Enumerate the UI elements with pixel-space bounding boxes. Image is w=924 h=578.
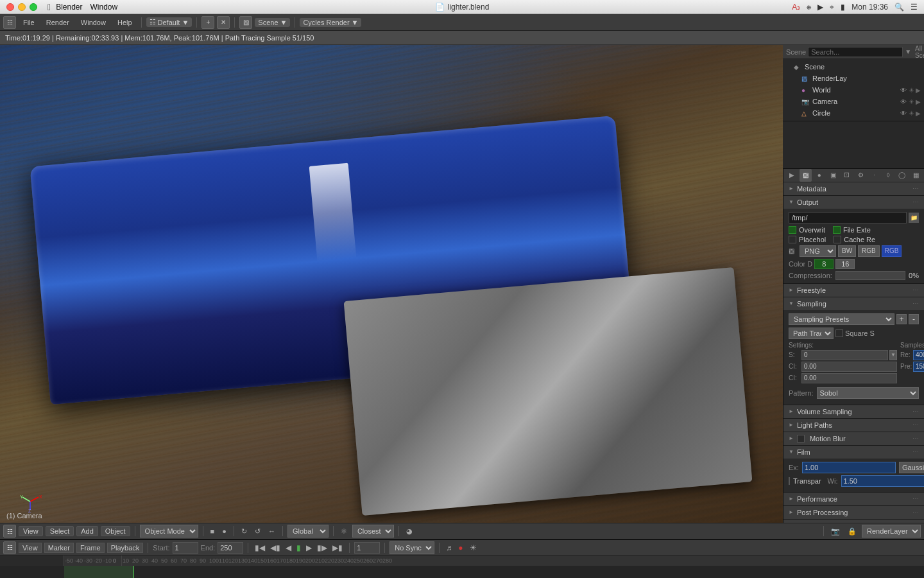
freestyle-header[interactable]: ► Freestyle ⋯ — [783, 284, 924, 297]
s-spin-button[interactable]: ▼ — [889, 350, 897, 360]
tree-renderlayer[interactable]: ▨ RenderLay — [783, 73, 924, 84]
world-render-icon[interactable]: ▶ — [916, 87, 921, 94]
list-icon[interactable]: ☰ — [911, 3, 918, 12]
tree-circle[interactable]: △ Circle 👁 ☀ ▶ — [783, 107, 924, 119]
output-path-input[interactable] — [789, 212, 907, 223]
render-props-icon[interactable]: ▶ — [785, 169, 798, 182]
re-input[interactable] — [913, 350, 924, 360]
keying-icon[interactable]: ☀ — [468, 543, 479, 552]
tree-world[interactable]: ● World 👁 ☀ ▶ — [783, 84, 924, 96]
color-depth2-input[interactable]: 16 — [835, 259, 855, 269]
tree-scene[interactable]: ◆ Scene — [783, 61, 924, 73]
film-header[interactable]: ▼ Film ⋯ — [783, 446, 924, 459]
path-tracer-select[interactable]: Path Trac Branched — [789, 328, 834, 339]
filter-select[interactable]: Gaussian Box Tent — [899, 462, 924, 473]
close-button[interactable] — [6, 3, 14, 11]
tl-view-button[interactable]: View — [19, 543, 42, 553]
sampling-header[interactable]: ▼ Sampling ⋯ — [783, 297, 924, 310]
menu-window[interactable]: Window — [90, 3, 118, 12]
rotate-icon[interactable]: ↺ — [252, 527, 263, 536]
add-button[interactable]: Add — [76, 526, 98, 536]
bw-button[interactable]: BW — [838, 245, 856, 257]
constraints-icon[interactable]: ⚀ — [841, 169, 853, 182]
pattern-select[interactable]: Sobol Correlated — [817, 387, 919, 399]
scene-props-icon[interactable]: ▨ — [800, 169, 812, 182]
camera-render-icon[interactable]: ▶ — [916, 98, 921, 105]
motion-blur-header[interactable]: ► Motion Blur ⋯ — [783, 432, 924, 445]
scale-icon[interactable]: ↔ — [266, 527, 278, 536]
search-icon[interactable]: 🔍 — [894, 3, 904, 12]
mode-select[interactable]: Object Mode Edit Mode Sculpt Mode — [140, 525, 198, 538]
object-props-icon[interactable]: ▣ — [827, 169, 840, 182]
pre-input[interactable] — [913, 362, 924, 372]
viewport[interactable]: X Y Z (1) Camera — [0, 45, 783, 523]
volume-sampling-header[interactable]: ► Volume Sampling ⋯ — [783, 405, 924, 418]
view-mode-icon[interactable]: ☷ — [3, 16, 16, 29]
audio-icon2[interactable]: ♬ — [444, 543, 454, 552]
smooth-shading-icon[interactable]: ● — [219, 527, 229, 536]
play-icon[interactable]: ▶ — [304, 543, 314, 552]
metadata-header[interactable]: ► Metadata ⋯ — [783, 182, 924, 195]
s-input[interactable] — [801, 350, 888, 360]
placeholder-checkbox[interactable] — [789, 236, 796, 243]
menu-blender[interactable]: Blender — [56, 3, 82, 12]
ci2-input[interactable] — [801, 373, 897, 383]
camera-restrict-icon[interactable]: ☀ — [909, 98, 914, 105]
all-scenes-label[interactable]: All Sce — [915, 45, 924, 59]
world-eye-icon[interactable]: 👁 — [900, 87, 907, 94]
compression-bar[interactable] — [835, 271, 905, 280]
overwrite-checkbox[interactable] — [789, 226, 796, 234]
timeline-area[interactable]: -50 -40 -30 -20 -10 0 10 20 30 40 50 60 … — [0, 556, 924, 578]
render-layer-select[interactable]: RenderLayer — [862, 525, 921, 538]
start-frame-input[interactable] — [173, 542, 198, 554]
render-mode-icon[interactable]: ▨ — [239, 16, 252, 29]
play-back-icon[interactable]: ◀ — [284, 543, 293, 552]
circle-restrict-icon[interactable]: ☀ — [909, 110, 914, 117]
exposure-input[interactable] — [802, 462, 896, 473]
jump-start-icon[interactable]: ▮◀ — [253, 543, 267, 552]
bake-header[interactable]: ► Bake ⋯ — [783, 520, 924, 523]
world-props-icon[interactable]: ● — [813, 169, 826, 182]
menu-window[interactable]: Window — [76, 17, 110, 28]
world-restrict-icon[interactable]: ☀ — [909, 87, 914, 94]
performance-header[interactable]: ► Performance ⋯ — [783, 493, 924, 505]
circle-eye-icon[interactable]: 👁 — [900, 110, 907, 117]
camera-eye-icon[interactable]: 👁 — [900, 98, 907, 105]
viewport-shading-icon[interactable]: ■ — [208, 527, 218, 536]
scene-selector[interactable]: Scene ▼ — [255, 18, 290, 27]
texture-icon[interactable]: ▦ — [910, 169, 923, 182]
tree-camera[interactable]: 📷 Camera 👁 ☀ ▶ — [783, 96, 924, 107]
square-samples-checkbox[interactable] — [835, 329, 843, 337]
remove-layout-btn[interactable]: ✕ — [217, 16, 230, 29]
pivot-select[interactable]: Global Local Normal — [287, 525, 329, 538]
stop-icon[interactable]: ▮ — [295, 543, 303, 552]
add-layout-btn[interactable]: + — [201, 16, 214, 29]
particles-icon[interactable]: ⋅ — [868, 169, 881, 182]
jump-end-icon[interactable]: ▶▮ — [330, 543, 345, 552]
color-depth-input[interactable]: 8 — [814, 259, 834, 269]
ci1-input[interactable] — [801, 362, 897, 372]
transform-icon[interactable]: ↻ — [239, 527, 250, 536]
minimize-button[interactable] — [18, 3, 26, 11]
menu-help[interactable]: Help — [113, 17, 137, 28]
outliner-search[interactable] — [808, 47, 903, 57]
post-processing-header[interactable]: ► Post Processing ⋯ — [783, 506, 924, 519]
step-forward-icon[interactable]: ▮▶ — [315, 543, 329, 552]
select-button[interactable]: Select — [46, 526, 74, 536]
current-frame-input[interactable] — [354, 542, 380, 554]
view-button[interactable]: View — [19, 526, 43, 536]
tl-frame-button[interactable]: Frame — [76, 543, 105, 553]
motion-blur-checkbox[interactable] — [797, 435, 805, 442]
light-paths-header[interactable]: ► Light Paths ⋯ — [783, 419, 924, 432]
snap-select[interactable]: Closest Center Median — [352, 525, 394, 538]
recording-icon[interactable]: ● — [456, 543, 465, 552]
menu-file[interactable]: File — [19, 17, 39, 28]
proportional-icon[interactable]: ◕ — [404, 527, 415, 536]
layout-selector[interactable]: ☷ Default ▼ — [146, 17, 193, 27]
sync-select[interactable]: No Sync AV Sync — [389, 541, 434, 554]
format-select[interactable]: PNG JPEG EXR — [800, 245, 836, 257]
transparency-checkbox[interactable] — [789, 477, 790, 485]
browse-path-button[interactable]: 📁 — [909, 213, 919, 223]
add-preset-button[interactable]: + — [896, 314, 907, 324]
rgb-button[interactable]: RGB — [858, 245, 880, 257]
